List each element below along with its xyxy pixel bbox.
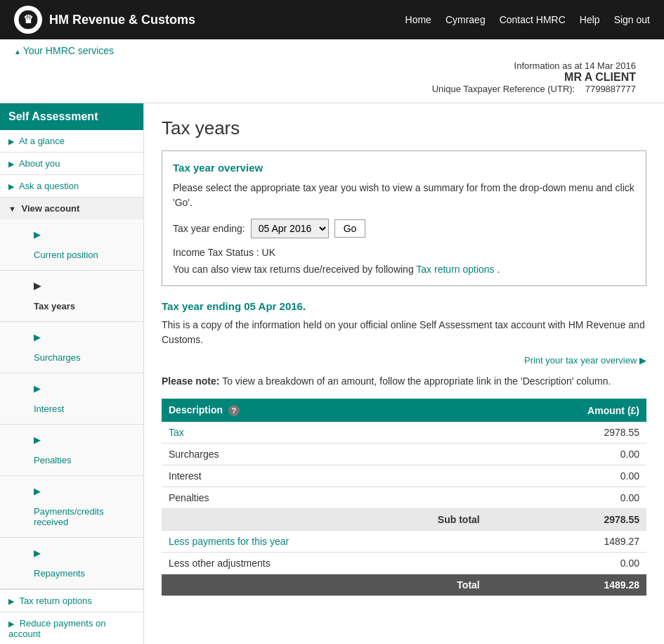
- desc-penalties: Penalties: [162, 487, 487, 509]
- subtotal-row: Sub total 2978.55: [162, 509, 646, 531]
- year-label: Tax year ending:: [173, 223, 245, 234]
- desc-tax: Tax: [162, 422, 487, 444]
- overview-desc: Please select the appropriate tax year y…: [173, 181, 635, 210]
- utr-value: 7799887777: [585, 84, 636, 94]
- go-button[interactable]: Go: [334, 219, 366, 238]
- less-other-value: 0.00: [487, 553, 646, 574]
- table-row: Penalties 0.00: [162, 487, 646, 509]
- less-payments-value: 1489.27: [487, 531, 646, 553]
- amount-penalties: 0.00: [487, 487, 646, 509]
- crown-icon: ♛: [14, 6, 42, 34]
- arrow-down-icon: ▼: [8, 205, 16, 213]
- submenu-penalties[interactable]: ▶ Penalties: [0, 425, 143, 476]
- arrow-icon: ▶: [8, 597, 14, 605]
- sidebar-link-reduce-payments[interactable]: ▶ Reduce payments on account: [0, 612, 143, 644]
- tax-year-overview-box: Tax year overview Please select the appr…: [162, 150, 646, 286]
- utr: Unique Taxpayer Reference (UTR): 7799887…: [28, 84, 636, 94]
- table-row: Interest 0.00: [162, 465, 646, 487]
- arrow-icon: ▶: [8, 137, 14, 146]
- sidebar-item-at-a-glance[interactable]: ▶ At a glance: [0, 130, 143, 153]
- tax-return-options-link[interactable]: Tax return options: [416, 264, 494, 275]
- less-other-label: Less other adjustments: [162, 553, 487, 574]
- please-note: Please note: To view a breakdown of an a…: [162, 374, 646, 389]
- nav-help[interactable]: Help: [580, 14, 600, 25]
- top-nav: Home Cymraeg Contact HMRC Help Sign out: [405, 14, 650, 25]
- submenu-repayments[interactable]: ▶ Repayments: [0, 538, 143, 589]
- amount-tax: 2978.55: [487, 422, 646, 444]
- tax-link[interactable]: Tax: [169, 427, 184, 438]
- sidebar-item-ask-question[interactable]: ▶ Ask a question: [0, 175, 143, 198]
- main-container: Self Assessment ▶ At a glance ▶ About yo…: [0, 103, 664, 644]
- page-title: Tax years: [162, 117, 646, 139]
- tax-table: Description ? Amount (£) Tax 2978.55 Sur…: [162, 399, 646, 596]
- tax-year-dropdown[interactable]: 05 Apr 2016 05 Apr 2015 05 Apr 2014: [251, 219, 329, 238]
- copy-text: This is a copy of the information held o…: [162, 318, 646, 347]
- please-note-bold: Please note:: [162, 375, 219, 387]
- nav-signout[interactable]: Sign out: [614, 14, 650, 25]
- logo-text: HM Revenue & Customs: [49, 13, 195, 27]
- less-other-row: Less other adjustments 0.00: [162, 553, 646, 574]
- sidebar-title: Self Assessment: [0, 103, 143, 130]
- info-date: Information as at 14 Mar 2016: [28, 60, 636, 71]
- nav-contact[interactable]: Contact HMRC: [500, 14, 566, 25]
- amount-surcharges: 0.00: [487, 444, 646, 465]
- main-content: Tax years Tax year overview Please selec…: [144, 103, 664, 644]
- sidebar-link-about-you[interactable]: ▶ About you: [0, 153, 143, 174]
- sidebar-link-tax-return-options[interactable]: ▶ Tax return options: [0, 590, 143, 612]
- sidebar-item-tax-return-options[interactable]: ▶ Tax return options: [0, 590, 143, 612]
- income-tax-status: Income Tax Status : UK: [173, 247, 635, 258]
- tax-year-ending-heading: Tax year ending 05 Apr 2016.: [162, 300, 646, 312]
- amount-interest: 0.00: [487, 465, 646, 487]
- sidebar-item-reduce-payments[interactable]: ▶ Reduce payments on account: [0, 612, 143, 644]
- svg-text:♛: ♛: [23, 13, 33, 25]
- sidebar: Self Assessment ▶ At a glance ▶ About yo…: [0, 103, 144, 644]
- arrow-icon: ▶: [8, 619, 14, 628]
- user-name: MR A CLIENT: [28, 71, 636, 84]
- arrow-icon: ▶: [8, 160, 14, 168]
- submenu-view-account: ▶ Current position ▶ Tax years ▶ Surchar…: [0, 219, 143, 589]
- desc-interest: Interest: [162, 465, 487, 487]
- desc-surcharges: Surcharges: [162, 444, 487, 465]
- view-returns-text: You can also view tax returns due/receiv…: [173, 264, 635, 275]
- site-header: ♛ HM Revenue & Customs Home Cymraeg Cont…: [0, 0, 664, 39]
- sidebar-item-about-you[interactable]: ▶ About you: [0, 153, 143, 175]
- total-row: Total 1489.28: [162, 574, 646, 596]
- please-note-rest: To view a breakdown of an amount, follow…: [222, 375, 611, 387]
- submenu-payments-credits[interactable]: ▶ Payments/credits received: [0, 476, 143, 538]
- submenu-interest[interactable]: ▶ Interest: [0, 373, 143, 425]
- col-description: Description ?: [162, 399, 487, 422]
- sidebar-item-view-account[interactable]: ▼ View account ▶ Current position ▶ Tax …: [0, 198, 143, 590]
- submenu-surcharges[interactable]: ▶ Surcharges: [0, 322, 143, 373]
- table-row: Tax 2978.55: [162, 422, 646, 444]
- subtotal-label: Sub total: [162, 509, 487, 531]
- nav-cymraeg[interactable]: Cymraeg: [445, 14, 486, 25]
- logo: ♛ HM Revenue & Customs: [14, 6, 195, 34]
- subtotal-value: 2978.55: [487, 509, 646, 531]
- arrow-icon: ▶: [8, 182, 14, 191]
- help-icon[interactable]: ?: [228, 405, 240, 416]
- sidebar-link-at-a-glance[interactable]: ▶ At a glance: [0, 130, 143, 152]
- your-hmrc-services-link[interactable]: Your HMRC services: [14, 45, 114, 56]
- less-payments-row: Less payments for this year 1489.27: [162, 531, 646, 553]
- services-bar: Your HMRC services Information as at 14 …: [0, 39, 664, 103]
- total-label: Total: [162, 574, 487, 596]
- print-link-container: Print your tax year overview: [162, 354, 646, 366]
- tax-year-ending-section: Tax year ending 05 Apr 2016. This is a c…: [162, 300, 646, 366]
- utr-label: Unique Taxpayer Reference (UTR):: [432, 84, 575, 94]
- submenu-current-position[interactable]: ▶ Current position: [0, 219, 143, 271]
- overview-section-heading: Tax year overview: [173, 162, 635, 174]
- less-payments-link[interactable]: Less payments for this year: [169, 536, 289, 547]
- user-info: Information as at 14 Mar 2016 MR A CLIEN…: [14, 56, 650, 97]
- col-amount: Amount (£): [487, 399, 646, 422]
- tax-year-select: Tax year ending: 05 Apr 2016 05 Apr 2015…: [173, 219, 635, 238]
- print-link[interactable]: Print your tax year overview: [524, 355, 646, 366]
- submenu-tax-years[interactable]: ▶ Tax years: [0, 271, 143, 322]
- sidebar-label-view-account: ▼ View account: [0, 198, 143, 219]
- less-payments-link-cell: Less payments for this year: [162, 531, 487, 553]
- nav-home[interactable]: Home: [405, 14, 431, 25]
- total-value: 1489.28: [487, 574, 646, 596]
- sidebar-link-ask-question[interactable]: ▶ Ask a question: [0, 175, 143, 197]
- table-row: Surcharges 0.00: [162, 444, 646, 465]
